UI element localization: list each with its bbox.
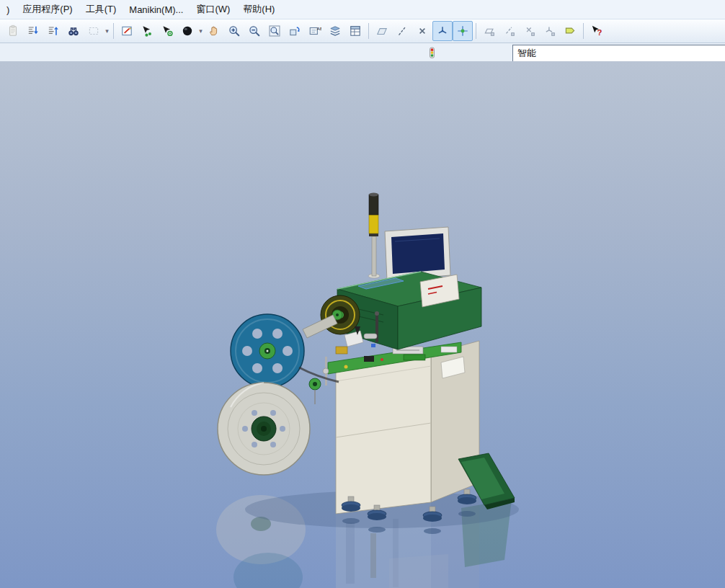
display-style-combo: ▾ — [177, 21, 204, 41]
toolbar-separator — [113, 23, 114, 39]
zoom-out-button[interactable] — [244, 21, 264, 41]
menu-item-applications[interactable]: 应用程序(P) — [16, 1, 79, 18]
zoom-in-icon — [228, 24, 241, 37]
plane-tag-button[interactable] — [479, 21, 499, 41]
selection-box-button[interactable] — [84, 21, 104, 41]
menu-item-manikin[interactable]: Manikin(M)... — [123, 2, 190, 17]
reorient-icon — [288, 24, 301, 37]
datum-plane-display-button[interactable] — [372, 21, 392, 41]
main-toolbar: ▾ ▾ AB ? — [0, 19, 725, 43]
toolbar-separator — [583, 23, 584, 39]
menu-item-window[interactable]: 窗口(W) — [190, 1, 236, 18]
menubar: ) 应用程序(P) 工具(T) Manikin(M)... 窗口(W) 帮助(H… — [0, 0, 725, 19]
csys-display-button[interactable] — [432, 21, 453, 41]
menu-item-truncated[interactable]: ) — [0, 2, 16, 17]
graphics-viewport[interactable] — [0, 61, 725, 588]
shaded-display-button[interactable] — [177, 21, 197, 41]
reorient-button[interactable] — [285, 21, 305, 41]
toolbar-separator — [368, 23, 369, 39]
svg-text:AB: AB — [317, 26, 321, 31]
refit-button[interactable] — [264, 21, 285, 41]
selection-filter-input[interactable] — [513, 45, 725, 61]
pan-icon — [208, 24, 221, 37]
display-style-dropdown[interactable]: ▾ — [197, 22, 204, 40]
paste-button[interactable] — [3, 21, 23, 41]
display-filter-icon — [120, 24, 133, 37]
plane-tag-icon — [483, 24, 496, 37]
selection-filter-box — [512, 45, 725, 61]
column-display-icon — [27, 24, 40, 37]
axis-tag-icon — [503, 24, 516, 37]
context-help-button[interactable]: ? — [587, 21, 607, 41]
selection-box-dropdown[interactable]: ▾ — [104, 22, 110, 40]
menu-item-tools[interactable]: 工具(T) — [79, 1, 123, 18]
point-tag-button[interactable] — [520, 21, 540, 41]
shaded-display-icon — [181, 24, 194, 37]
cad-application-window: ) 应用程序(P) 工具(T) Manikin(M)... 窗口(W) 帮助(H… — [0, 0, 725, 588]
zoom-out-icon — [248, 24, 261, 37]
datum-axis-display-button[interactable] — [392, 21, 412, 41]
smart-select-button[interactable] — [157, 21, 177, 41]
column-sort-button[interactable] — [43, 21, 63, 41]
tape-reel-blue — [231, 314, 304, 388]
column-sort-icon — [47, 24, 60, 37]
signal-tower — [368, 193, 380, 279]
view-manager-button[interactable] — [345, 21, 365, 41]
layers-button[interactable] — [325, 21, 345, 41]
annotation-tag-button[interactable] — [560, 21, 580, 41]
point-tag-icon — [523, 24, 536, 37]
chain-select-icon — [141, 24, 154, 37]
datum-axis-icon — [396, 24, 409, 37]
datum-plane-icon — [375, 24, 388, 37]
3d-model[interactable] — [0, 61, 725, 588]
saved-views-icon: AB — [308, 24, 321, 37]
svg-text:?: ? — [597, 28, 602, 37]
refit-icon — [268, 24, 281, 37]
spin-center-button[interactable] — [453, 21, 473, 41]
menu-item-help[interactable]: 帮助(H) — [236, 1, 281, 18]
datum-point-icon — [416, 24, 429, 37]
pan-button[interactable] — [204, 21, 224, 41]
datum-point-display-button[interactable] — [412, 21, 432, 41]
spin-center-icon — [456, 24, 469, 37]
context-help-icon: ? — [590, 24, 603, 37]
csys-display-icon — [436, 24, 449, 37]
regeneration-status-button[interactable] — [424, 45, 440, 61]
zoom-in-button[interactable] — [224, 21, 244, 41]
selection-box-combo: ▾ — [84, 21, 110, 41]
csys-tag-icon — [543, 24, 556, 37]
status-toolbar — [0, 43, 725, 61]
axis-tag-button[interactable] — [499, 21, 520, 41]
find-button[interactable] — [63, 21, 84, 41]
traffic-light-icon — [426, 47, 438, 59]
paste-icon — [6, 24, 19, 37]
view-manager-icon — [349, 24, 362, 37]
annotation-tag-icon — [564, 24, 577, 37]
layers-icon — [329, 24, 342, 37]
smart-select-icon — [161, 24, 174, 37]
toolbar-separator — [476, 23, 476, 39]
chain-select-button[interactable] — [137, 21, 157, 41]
saved-views-button[interactable]: AB — [305, 21, 325, 41]
find-icon — [67, 24, 80, 37]
tape-reel-gray — [218, 383, 310, 475]
display-filter-button[interactable] — [117, 21, 137, 41]
selection-box-icon — [87, 24, 100, 37]
column-display-button[interactable] — [23, 21, 43, 41]
csys-tag-button[interactable] — [540, 21, 560, 41]
